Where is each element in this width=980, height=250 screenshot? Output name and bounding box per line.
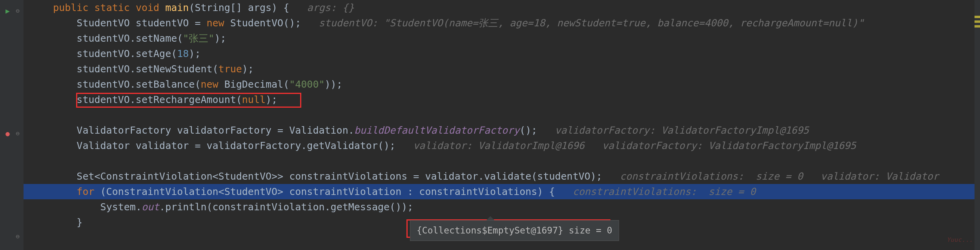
inlay-hint: studentVO: "StudentVO(name=张三, age=18, n…	[301, 17, 864, 29]
code-text: studentVO.setRechargeAmount(	[77, 94, 242, 105]
code-line[interactable]: Set<ConstraintViolation<StudentVO>> cons…	[24, 169, 980, 184]
code-text: System.	[100, 201, 142, 213]
method-name: main	[165, 2, 189, 13]
error-stripe[interactable]	[975, 0, 980, 250]
fold-icon[interactable]: ⊖	[16, 3, 20, 18]
tooltip-text: {Collections$EmptySet@1697} size = 0	[417, 225, 612, 235]
code-text: );	[214, 33, 226, 44]
keyword: null	[242, 94, 266, 105]
inlay-hint: validator: ValidatorImpl@1696 validatorF…	[395, 140, 856, 151]
code-text: Set<ConstraintViolation<StudentVO>> cons…	[77, 171, 602, 182]
run-icon[interactable]: ▶	[5, 3, 10, 18]
code-text: Validator validator = validatorFactory.g…	[77, 140, 395, 151]
code-line[interactable]: Validator validator = validatorFactory.g…	[24, 138, 980, 153]
code-line[interactable]: studentVO.setNewStudent(true);	[24, 61, 980, 77]
string-literal: "张三"	[183, 33, 214, 44]
code-text: studentVO.setNewStudent(	[77, 63, 218, 75]
fold-icon[interactable]: ⊖	[16, 126, 20, 141]
inlay-hint: constraintViolations: size = 0	[555, 186, 756, 197]
code-text: .println(constraintViolation.getMessage(…	[159, 201, 413, 213]
code-line[interactable]: studentVO.setAge(18);	[24, 46, 980, 61]
code-text: (String[] args) {	[189, 2, 289, 13]
keyword: new	[200, 79, 218, 90]
code-editor[interactable]: ▶ ⊖ ● ⊖ ⊖ public static void main(String…	[0, 0, 980, 250]
code-line-current[interactable]: for (ConstraintViolation<StudentVO> cons…	[24, 184, 980, 199]
keyword: public	[53, 2, 88, 13]
code-text: );	[189, 48, 200, 59]
keyword: void	[136, 2, 159, 13]
watermark: Yuuc...	[947, 232, 973, 248]
code-line[interactable]: studentVO.setName("张三");	[24, 31, 980, 46]
code-line[interactable]: StudentVO studentVO = new StudentVO(); s…	[24, 15, 980, 31]
number-literal: 18	[177, 48, 189, 59]
code-area[interactable]: public static void main(String[] args) {…	[24, 0, 980, 250]
code-line[interactable]	[24, 107, 980, 123]
code-line[interactable]: ValidatorFactory validatorFactory = Vali…	[24, 123, 980, 138]
code-text: );	[266, 94, 277, 105]
inlay-hint: constraintViolations: size = 0 validator…	[602, 171, 939, 182]
tooltip-arrow-icon	[486, 216, 494, 220]
code-line[interactable]: System.out.println(constraintViolation.g…	[24, 199, 980, 215]
field-ref: out	[142, 201, 159, 213]
code-text: ValidatorFactory validatorFactory = Vali…	[77, 125, 354, 136]
stripe-marker[interactable]	[975, 25, 980, 28]
keyword: static	[95, 2, 130, 13]
code-text: StudentVO studentVO =	[77, 17, 206, 29]
code-text: BigDecimal(	[219, 79, 290, 90]
method-italic: buildDefaultValidatorFactory	[354, 125, 519, 136]
string-literal: "4000"	[289, 79, 324, 90]
code-line[interactable]: studentVO.setRechargeAmount(null);	[24, 92, 980, 107]
code-text: }	[77, 217, 82, 228]
gutter: ▶ ⊖ ● ⊖ ⊖	[0, 0, 24, 250]
code-line[interactable]: studentVO.setBalance(new BigDecimal("400…	[24, 77, 980, 92]
code-text: ));	[325, 79, 342, 90]
code-text: studentVO.setName(	[77, 33, 183, 44]
inlay-hint: validatorFactory: ValidatorFactoryImpl@1…	[537, 125, 809, 136]
inlay-hint: args: {}	[289, 2, 354, 13]
code-text: studentVO.setAge(	[77, 48, 177, 59]
code-text: (ConstraintViolation<StudentVO> constrai…	[95, 186, 555, 197]
code-line[interactable]: public static void main(String[] args) {…	[24, 0, 980, 15]
debug-tooltip[interactable]: {Collections$EmptySet@1697} size = 0	[410, 220, 619, 241]
keyword: new	[207, 17, 224, 29]
stripe-marker[interactable]	[975, 16, 980, 18]
code-text: );	[242, 63, 254, 75]
code-line[interactable]	[24, 153, 980, 169]
keyword: for	[77, 186, 94, 197]
code-text: StudentVO();	[224, 17, 301, 29]
breakpoint-icon[interactable]: ●	[5, 126, 10, 141]
code-text: studentVO.setBalance(	[77, 79, 200, 90]
stripe-marker[interactable]	[975, 20, 980, 23]
code-text: ();	[519, 125, 537, 136]
keyword: true	[219, 63, 242, 75]
fold-icon[interactable]: ⊖	[16, 229, 20, 244]
